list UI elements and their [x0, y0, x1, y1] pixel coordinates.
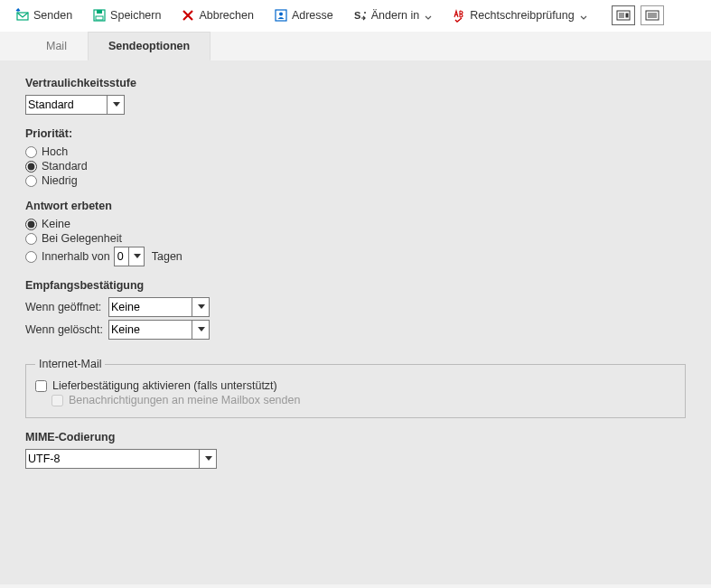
reply-within-days-wrap — [114, 247, 145, 266]
toolbar: Senden Speichern Abbrechen Adresse S Änd… — [0, 0, 711, 32]
confidentiality-select[interactable]: Standard — [25, 95, 125, 115]
priority-label: Priorität: — [25, 127, 686, 140]
tabbar: Mail Sendeoptionen — [0, 32, 711, 61]
reply-none-radio[interactable] — [25, 219, 37, 230]
reply-within-prefix[interactable]: Innerhalb von — [42, 250, 110, 263]
when-opened-label: Wenn geöffnet: — [25, 301, 108, 313]
delivery-confirm-label[interactable]: Lieferbestätigung aktivieren (falls unte… — [52, 379, 277, 392]
mime-select[interactable]: UTF-8 — [25, 449, 217, 469]
address-button[interactable]: Adresse — [266, 4, 341, 27]
reply-within-radio[interactable] — [25, 251, 37, 263]
tab-mail-label: Mail — [46, 40, 67, 52]
tab-send-options-label: Sendeoptionen — [108, 40, 190, 52]
view-html-icon — [616, 8, 631, 23]
send-button[interactable]: Senden — [7, 4, 80, 27]
svg-point-5 — [279, 13, 283, 16]
spellcheck-button[interactable]: Rechtschreibprüfung — [444, 4, 594, 27]
svg-rect-12 — [625, 14, 628, 18]
change-in-button[interactable]: S Ändern in — [345, 4, 441, 27]
notify-mailbox-label: Benachrichtigungen an meine Mailbox send… — [69, 394, 300, 406]
reply-label: Antwort erbeten — [25, 200, 686, 212]
when-deleted-label: Wenn gelöscht: — [25, 323, 108, 336]
delivery-confirm-checkbox[interactable] — [35, 380, 47, 392]
cancel-button[interactable]: Abbrechen — [173, 4, 261, 27]
mime-label: MIME-Codierung — [25, 431, 686, 443]
svg-rect-2 — [97, 10, 102, 14]
when-deleted-select[interactable]: Keine — [108, 320, 210, 340]
svg-rect-3 — [96, 16, 103, 20]
notify-mailbox-checkbox — [51, 395, 63, 406]
priority-high-label[interactable]: Hoch — [42, 145, 68, 158]
cancel-icon — [181, 8, 195, 23]
when-opened-select[interactable]: Keine — [108, 297, 210, 317]
confidentiality-select-wrap: Standard — [25, 95, 125, 115]
reply-none-label[interactable]: Keine — [42, 218, 70, 230]
priority-low-radio[interactable] — [25, 175, 37, 187]
svg-point-7 — [364, 12, 366, 14]
send-icon — [15, 8, 30, 23]
reply-within-suffix: Tagen — [152, 250, 182, 263]
priority-standard-radio[interactable] — [25, 161, 37, 173]
send-options-panel: Vertraulichkeitsstufe Standard Priorität… — [0, 61, 711, 584]
confidentiality-label: Vertraulichkeitsstufe — [25, 77, 686, 89]
chevron-down-icon — [425, 12, 432, 19]
save-icon — [92, 8, 107, 23]
send-label: Senden — [33, 9, 72, 22]
view-plain-icon — [645, 8, 660, 23]
priority-high-radio[interactable] — [25, 146, 37, 158]
tab-mail[interactable]: Mail — [25, 32, 88, 61]
view-plain-button[interactable] — [641, 5, 664, 25]
reply-within-days-input[interactable] — [114, 247, 145, 266]
view-html-button[interactable] — [612, 5, 635, 25]
cancel-label: Abbrechen — [199, 9, 253, 22]
priority-standard-label[interactable]: Standard — [42, 160, 88, 173]
internet-mail-legend: Internet-Mail — [35, 358, 105, 370]
address-label: Adresse — [292, 9, 333, 22]
receipt-label: Empfangsbestätigung — [25, 279, 686, 292]
tab-send-options[interactable]: Sendeoptionen — [88, 32, 210, 61]
spellcheck-label: Rechtschreibprüfung — [470, 9, 574, 22]
save-label: Speichern — [110, 9, 161, 22]
change-in-label: Ändern in — [371, 9, 420, 22]
address-icon — [274, 8, 288, 23]
change-in-icon: S — [353, 8, 368, 23]
priority-low-label[interactable]: Niedrig — [42, 174, 78, 187]
save-button[interactable]: Speichern — [84, 4, 169, 27]
internet-mail-fieldset: Internet-Mail Lieferbestätigung aktivier… — [25, 358, 686, 418]
reply-convenient-label[interactable]: Bei Gelegenheit — [42, 232, 122, 245]
chevron-down-icon — [580, 12, 587, 19]
svg-text:S: S — [354, 10, 360, 21]
reply-convenient-radio[interactable] — [25, 233, 37, 245]
spellcheck-icon — [452, 8, 466, 23]
